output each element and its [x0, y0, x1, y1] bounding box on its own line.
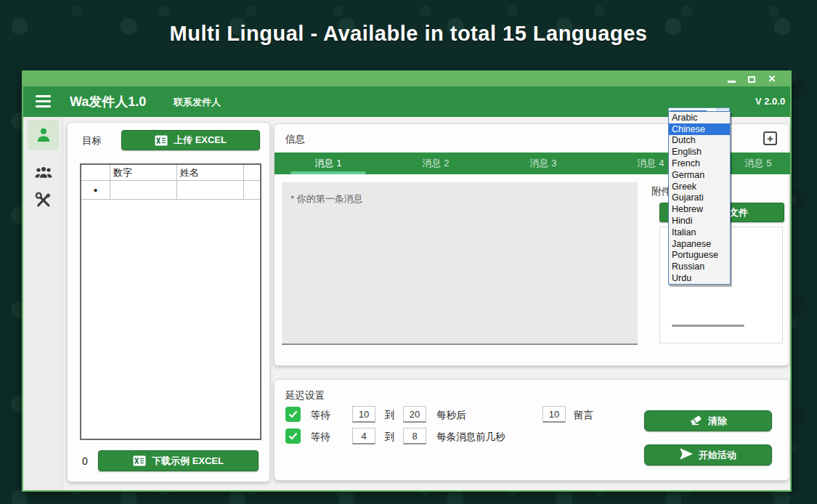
- language-option-italian[interactable]: Italian: [669, 227, 730, 238]
- cell-number[interactable]: [110, 181, 177, 199]
- language-option-dutch[interactable]: Dutch: [669, 135, 730, 147]
- version-label: V 2.0.0: [755, 96, 785, 107]
- delay2-to-input[interactable]: [403, 428, 426, 444]
- eraser-icon: [689, 414, 702, 428]
- upload-excel-button[interactable]: 上传 EXCEL: [121, 130, 260, 150]
- sidebar-item-group-sender[interactable]: [28, 158, 59, 188]
- tab-message-2[interactable]: 消息 2: [382, 153, 489, 174]
- app-window: ✕ Wa发件人1.0 联系发件人 Chinese V 2.0.0 Arabic …: [22, 70, 792, 492]
- sidebar-item-single-sender[interactable]: [28, 120, 59, 150]
- language-dropdown-list: Arabic Chinese Dutch English French Germ…: [668, 111, 731, 285]
- table-row[interactable]: ●: [81, 181, 260, 200]
- language-option-urdu[interactable]: Urdu: [669, 272, 730, 284]
- hamburger-icon: [36, 95, 51, 97]
- language-option-french[interactable]: French: [669, 158, 730, 169]
- delay-checkbox-2[interactable]: [285, 428, 301, 444]
- messages-title: 信息: [285, 133, 305, 146]
- download-sample-excel-button[interactable]: 下载示例 EXCEL: [98, 450, 259, 471]
- language-option-hebrew[interactable]: Hebrew: [669, 203, 730, 215]
- row-marker-header: [81, 165, 110, 180]
- start-campaign-label: 开始活动: [699, 449, 736, 462]
- column-header-number: 数字: [110, 165, 177, 180]
- page-title: Multi Lingual - Available in total 15 La…: [0, 22, 817, 46]
- send-icon: [680, 448, 693, 462]
- column-header-name: 姓名: [177, 165, 244, 180]
- to-label: 到: [385, 431, 395, 444]
- delay-panel: 延迟设置 等待 到 每秒后 留言 等待 到: [274, 379, 789, 481]
- person-icon: [35, 126, 52, 144]
- message-editor[interactable]: [282, 182, 638, 345]
- app-subtitle: 联系发件人: [174, 96, 221, 109]
- upload-excel-label: 上传 EXCEL: [174, 134, 227, 147]
- delay1-from-input[interactable]: [352, 406, 375, 423]
- clear-label: 清除: [708, 415, 727, 428]
- check-icon: [288, 410, 298, 418]
- minimize-button[interactable]: [726, 73, 736, 86]
- maximize-button[interactable]: [747, 73, 757, 86]
- language-option-japanese[interactable]: Japanese: [669, 238, 730, 250]
- wait-label: 等待: [311, 431, 330, 444]
- language-option-hindi[interactable]: Hindi: [669, 215, 730, 227]
- tab-message-1[interactable]: 消息 1: [275, 153, 382, 174]
- sidebar-item-settings[interactable]: [28, 184, 59, 215]
- tools-icon: [34, 191, 52, 209]
- delay2-suffix-label: 每条消息前几秒: [436, 431, 505, 444]
- language-option-chinese[interactable]: Chinese: [669, 123, 730, 135]
- targets-table-header: 数字 姓名: [81, 165, 260, 181]
- messages-per-batch-input[interactable]: [542, 406, 566, 423]
- to-label: 到: [385, 409, 395, 422]
- close-button[interactable]: ✕: [767, 73, 777, 85]
- people-icon: [34, 165, 53, 181]
- excel-icon: [155, 135, 168, 146]
- maximize-icon: [748, 76, 755, 83]
- window-title-bar: ✕: [23, 72, 790, 86]
- delay-title: 延迟设置: [285, 389, 325, 402]
- tab-message-3[interactable]: 消息 3: [489, 153, 597, 174]
- language-option-gujarati[interactable]: Gujarati: [669, 192, 730, 204]
- targets-title: 目标: [82, 134, 102, 147]
- row-count: 0: [82, 455, 88, 467]
- sidebar-rail: [23, 117, 63, 490]
- window-controls: ✕: [726, 73, 777, 85]
- language-option-german[interactable]: German: [669, 169, 730, 181]
- delay1-suffix-label: 每秒后: [436, 409, 466, 422]
- app-title: Wa发件人1.0: [70, 93, 146, 110]
- clear-button[interactable]: 清除: [644, 410, 772, 431]
- wait-label: 等待: [311, 409, 330, 422]
- download-sample-excel-label: 下载示例 EXCEL: [152, 455, 224, 468]
- language-option-russian[interactable]: Russian: [669, 261, 730, 272]
- excel-icon: [133, 455, 146, 466]
- delay1-to-input[interactable]: [403, 406, 426, 423]
- targets-panel: 目标 上传 EXCEL 数字 姓名 ●: [67, 122, 270, 482]
- delay-checkbox-1[interactable]: [285, 407, 301, 422]
- language-option-arabic[interactable]: Arabic: [669, 112, 730, 123]
- language-option-english[interactable]: English: [669, 146, 730, 158]
- scrollbar-thumb[interactable]: [672, 325, 744, 327]
- menu-button[interactable]: [36, 95, 51, 107]
- language-option-greek[interactable]: Greek: [669, 181, 730, 192]
- delay2-from-input[interactable]: [352, 428, 375, 444]
- start-campaign-button[interactable]: 开始活动: [644, 444, 772, 466]
- add-message-tab-button[interactable]: +: [763, 131, 777, 145]
- messages-label: 留言: [574, 409, 593, 422]
- new-row-marker: ●: [81, 181, 110, 199]
- check-icon: [288, 432, 298, 440]
- targets-table[interactable]: 数字 姓名 ●: [80, 163, 261, 440]
- cell-name[interactable]: [177, 181, 244, 199]
- language-option-portuguese[interactable]: Portuguese: [669, 250, 730, 261]
- minimize-icon: [728, 81, 736, 83]
